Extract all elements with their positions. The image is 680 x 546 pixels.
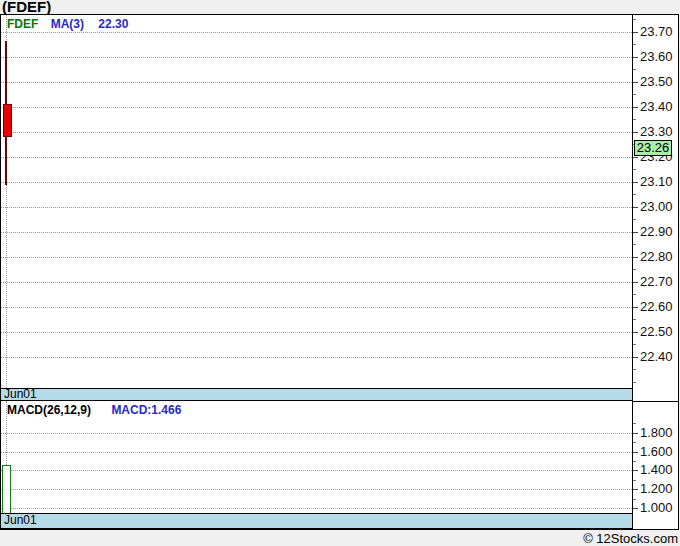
axis-tick	[633, 508, 638, 509]
gridline	[1, 257, 632, 258]
macd-axis-label: 1.200	[640, 481, 673, 496]
date-band-bottom: Jun01	[1, 513, 633, 529]
price-axis-label: 23.60	[640, 49, 673, 64]
gridline	[1, 57, 632, 58]
price-axis-label: 22.60	[640, 299, 673, 314]
candle-body	[3, 104, 12, 137]
axis-tick	[633, 257, 638, 258]
axis-column: 23.70 23.60 23.50 23.40 23.30 23.20 23.1…	[633, 15, 678, 529]
price-axis-label: 22.70	[640, 274, 673, 289]
axis-minor-tick	[633, 369, 636, 370]
axis-tick	[633, 232, 638, 233]
price-legend: FDEF MA(3) 22.30	[7, 17, 128, 31]
axis-minor-tick	[633, 269, 636, 270]
axis-minor-tick	[633, 244, 636, 245]
last-price-badge: 23.26	[634, 140, 672, 156]
ma-label: MA(3)	[51, 17, 84, 31]
macd-axis-label: 1.400	[640, 462, 673, 477]
gridline	[1, 470, 632, 471]
axis-minor-tick	[633, 294, 636, 295]
axis-tick	[633, 433, 638, 434]
gridline	[1, 307, 632, 308]
gridline	[1, 508, 632, 509]
axis-minor-tick	[633, 19, 636, 20]
macd-value-label: MACD:1.466	[111, 403, 181, 417]
gridline	[1, 182, 632, 183]
price-axis-label: 23.00	[640, 199, 673, 214]
ma-value: 22.30	[98, 17, 128, 31]
price-axis-label: 22.50	[640, 324, 673, 339]
axis-tick	[633, 489, 638, 490]
gridline	[1, 107, 632, 108]
price-axis-label: 22.80	[640, 249, 673, 264]
date-label: Jun01	[4, 513, 37, 527]
price-panel: FDEF MA(3) 22.30	[1, 15, 633, 388]
price-axis-label: 23.70	[640, 24, 673, 39]
gridline	[1, 207, 632, 208]
date-band-top: Jun01	[1, 388, 633, 401]
gridline	[1, 132, 632, 133]
price-axis-label: 23.50	[640, 74, 673, 89]
axis-tick	[633, 107, 638, 108]
gridline	[1, 282, 632, 283]
chart-title: (FDEF)	[2, 0, 51, 14]
axis-divider	[633, 401, 678, 402]
axis-tick	[633, 182, 638, 183]
price-axis-label: 23.40	[640, 99, 673, 114]
gridline	[1, 433, 632, 434]
gridline	[1, 332, 632, 333]
axis-tick	[633, 32, 638, 33]
axis-tick	[633, 82, 638, 83]
chart-frame: FDEF MA(3) 22.30 Jun01 MACD(26,12,9) MAC…	[0, 14, 679, 530]
gridline	[1, 452, 632, 453]
gridline	[1, 82, 632, 83]
price-axis-label: 22.40	[640, 349, 673, 364]
axis-tick	[633, 132, 638, 133]
axis-minor-tick	[633, 119, 636, 120]
gridline	[1, 157, 632, 158]
price-axis-label: 23.30	[640, 124, 673, 139]
gridline	[1, 489, 632, 490]
price-axis-label: 23.10	[640, 174, 673, 189]
axis-minor-tick	[633, 480, 636, 481]
gridline	[1, 32, 632, 33]
macd-axis-label: 1.600	[640, 444, 673, 459]
macd-histogram-bar	[2, 465, 11, 513]
macd-params-label: MACD(26,12,9)	[7, 403, 91, 417]
symbol-label: FDEF	[7, 17, 38, 31]
axis-minor-tick	[633, 423, 636, 424]
axis-tick	[633, 452, 638, 453]
gridline	[1, 357, 632, 358]
axis-minor-tick	[633, 499, 636, 500]
axis-minor-tick	[633, 461, 636, 462]
axis-tick	[633, 282, 638, 283]
axis-minor-tick	[633, 219, 636, 220]
date-label: Jun01	[4, 388, 37, 401]
macd-panel: MACD(26,12,9) MACD:1.466	[1, 401, 633, 513]
axis-minor-tick	[633, 169, 636, 170]
watermark-credit: © 12Stocks.com	[0, 531, 680, 546]
axis-minor-tick	[633, 442, 636, 443]
axis-minor-tick	[633, 382, 636, 383]
axis-tick	[633, 57, 638, 58]
axis-minor-tick	[633, 94, 636, 95]
axis-tick	[633, 332, 638, 333]
macd-legend: MACD(26,12,9) MACD:1.466	[7, 403, 181, 417]
axis-minor-tick	[633, 194, 636, 195]
gridline	[1, 232, 632, 233]
macd-axis-label: 1.800	[640, 425, 673, 440]
axis-minor-tick	[633, 319, 636, 320]
axis-minor-tick	[633, 69, 636, 70]
axis-tick	[633, 307, 638, 308]
macd-axis-label: 1.000	[640, 500, 673, 515]
axis-tick	[633, 207, 638, 208]
axis-minor-tick	[633, 344, 636, 345]
price-axis-label: 22.90	[640, 224, 673, 239]
axis-tick	[633, 357, 638, 358]
axis-tick	[633, 470, 638, 471]
axis-tick	[633, 157, 638, 158]
axis-minor-tick	[633, 44, 636, 45]
